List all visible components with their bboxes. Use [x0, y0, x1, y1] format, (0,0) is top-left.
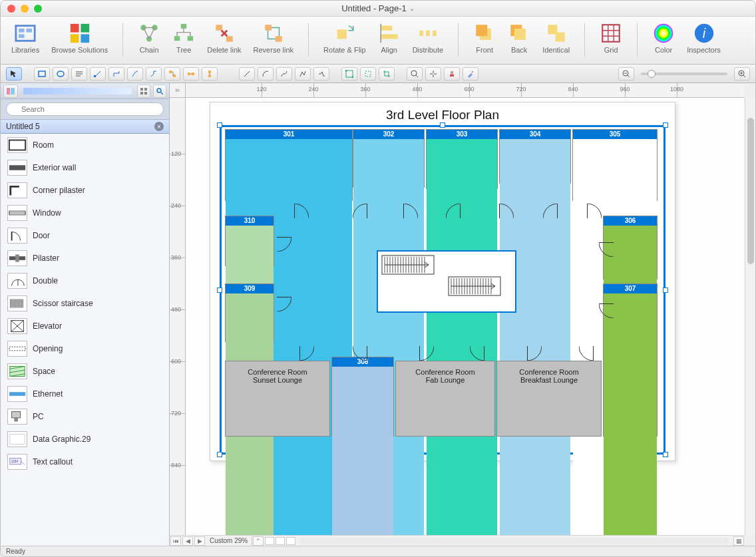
door-icon[interactable] — [527, 346, 542, 361]
identical-button[interactable]: Identical — [540, 21, 572, 55]
library-list[interactable]: RoomExterior wallCorner pilasterWindowDo… — [1, 134, 169, 546]
ruler-vertical[interactable]: 120240360480600720840 — [170, 98, 186, 535]
back-button[interactable]: Back — [505, 21, 533, 55]
door-icon[interactable] — [277, 297, 291, 311]
zoom-slider[interactable] — [641, 73, 727, 75]
connector-tool-2[interactable] — [108, 67, 124, 81]
canvas[interactable]: 3rd Level Floor Plan 3013023033043053103… — [186, 98, 745, 535]
arc-tool[interactable] — [258, 67, 274, 81]
library-item[interactable]: Double — [1, 270, 169, 292]
library-item[interactable]: Room — [1, 134, 169, 156]
distribute-button[interactable]: Distribute — [410, 21, 446, 55]
page-thumb-3[interactable] — [286, 537, 295, 545]
page-grid-button[interactable]: ▦ — [733, 536, 744, 546]
grid-view-icon[interactable] — [137, 85, 150, 98]
prev-page-button[interactable]: ◀ — [182, 536, 193, 546]
library-item[interactable]: PC — [1, 405, 169, 428]
library-item[interactable]: Elevator — [1, 315, 169, 337]
bezier-tool[interactable] — [295, 67, 311, 81]
library-item[interactable]: Door — [1, 224, 169, 247]
door-icon[interactable] — [419, 346, 434, 361]
crop-tool[interactable] — [379, 67, 395, 81]
door-icon[interactable] — [277, 237, 291, 252]
connector-tool-3[interactable] — [127, 67, 143, 81]
connector-tool-5[interactable] — [164, 67, 180, 81]
color-button[interactable]: Color — [650, 21, 677, 55]
chain-button[interactable]: Chain — [135, 21, 163, 55]
selection-handle[interactable] — [440, 122, 445, 128]
horizontal-scrollbar[interactable] — [300, 538, 729, 544]
room[interactable]: 303 — [426, 129, 498, 189]
library-item[interactable]: Ethernet — [1, 383, 169, 405]
window-title[interactable]: Untitled - Page-1 ⌄ — [341, 3, 415, 13]
room[interactable]: 308 — [331, 357, 394, 437]
door-icon[interactable] — [299, 346, 314, 361]
library-item[interactable]: Exterior wall — [1, 156, 169, 179]
library-header[interactable]: Untitled 5 × — [1, 119, 169, 134]
room[interactable]: 310 — [225, 216, 274, 266]
ruler-horizontal[interactable]: 1202403604806007208409601080 — [186, 83, 745, 98]
door-icon[interactable] — [294, 204, 309, 218]
room[interactable]: 301 — [225, 129, 353, 201]
selection-handle[interactable] — [663, 452, 668, 457]
page-thumb-2[interactable] — [276, 537, 285, 545]
libraries-button[interactable]: Libraries — [9, 21, 42, 55]
door-icon[interactable] — [446, 204, 461, 218]
door-icon[interactable] — [543, 204, 558, 218]
library-item[interactable]: Opening — [1, 337, 169, 360]
door-icon[interactable] — [599, 242, 614, 257]
room[interactable]: 302 — [353, 129, 425, 188]
rect-tool[interactable] — [34, 67, 50, 81]
room[interactable]: 304 — [499, 129, 571, 184]
library-item[interactable]: Data Graphic.29 — [1, 428, 169, 451]
door-icon[interactable] — [499, 204, 514, 218]
selection-handle[interactable] — [663, 122, 668, 128]
zoom-out-button[interactable] — [618, 67, 634, 81]
eyedropper-tool[interactable] — [463, 67, 478, 81]
zoom-stepper[interactable]: ⌃ — [253, 536, 264, 546]
selection-handle[interactable] — [217, 452, 222, 457]
polyline-tool[interactable] — [313, 67, 329, 81]
spline-tool[interactable] — [276, 67, 292, 81]
page-thumb-1[interactable] — [265, 537, 274, 545]
library-item[interactable]: Corner pilaster — [1, 179, 169, 202]
zoom-window-button[interactable] — [34, 5, 42, 13]
front-button[interactable]: Front — [471, 21, 498, 55]
selection-handle[interactable] — [217, 122, 222, 128]
panel-view-icon[interactable] — [3, 85, 18, 98]
door-icon[interactable] — [470, 346, 484, 361]
browse-solutions-button[interactable]: Browse Solutions — [49, 21, 110, 55]
library-item[interactable]: Scissor staircase — [1, 292, 169, 315]
selection-handle[interactable] — [663, 287, 668, 293]
door-icon[interactable] — [579, 346, 594, 361]
ellipse-tool[interactable] — [53, 67, 69, 81]
line-tool[interactable] — [239, 67, 255, 81]
library-item[interactable]: 1234Text callout — [1, 451, 169, 473]
floor-plan[interactable]: 301302303304305310309306307308Conference… — [220, 125, 665, 455]
pointer-tool[interactable] — [6, 67, 22, 81]
delete-link-button[interactable]: Delete link — [204, 21, 244, 55]
edit-segments-tool[interactable] — [360, 67, 376, 81]
library-item[interactable]: Window — [1, 202, 169, 224]
text-tool[interactable] — [71, 67, 87, 81]
grid-button[interactable]: Grid — [597, 21, 625, 55]
zoom-tool[interactable] — [407, 67, 423, 81]
door-icon[interactable] — [599, 303, 614, 318]
vertical-scrollbar[interactable] — [745, 98, 755, 535]
room[interactable]: 305 — [572, 129, 658, 201]
door-icon[interactable] — [587, 204, 602, 218]
page[interactable]: 3rd Level Floor Plan 3013023033043053103… — [210, 102, 675, 461]
align-button[interactable]: Align — [375, 21, 403, 55]
zoom-label[interactable]: Custom 29% — [206, 536, 252, 546]
connector-tool-1[interactable] — [90, 67, 106, 81]
connector-tool-6[interactable] — [183, 67, 199, 81]
pan-tool[interactable] — [425, 67, 441, 81]
next-page-button[interactable]: ▶ — [194, 536, 205, 546]
stair-elevator-core[interactable] — [377, 250, 516, 313]
search-input[interactable] — [6, 102, 164, 116]
close-library-icon[interactable]: × — [154, 122, 164, 131]
conference-room[interactable]: Conference RoomFab Lounge — [395, 361, 495, 437]
inspectors-button[interactable]: iInspectors — [684, 21, 723, 55]
connector-tool-7[interactable] — [202, 67, 218, 81]
door-icon[interactable] — [353, 346, 367, 361]
